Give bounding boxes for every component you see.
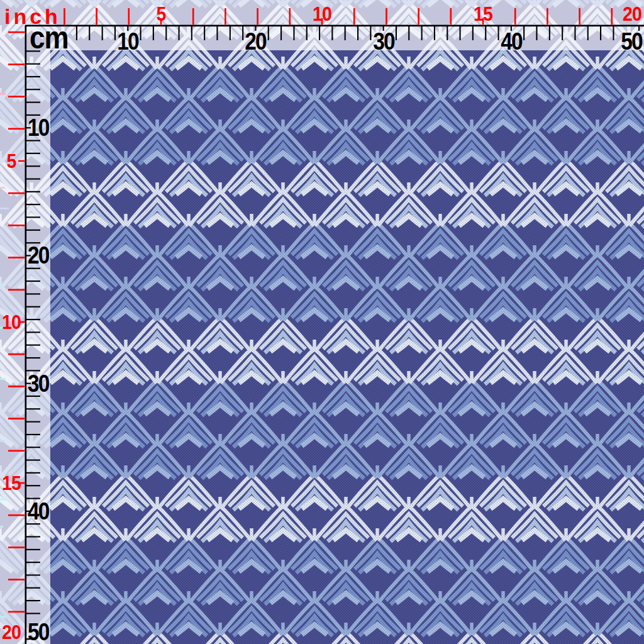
selvage-mark [0,616,6,618]
selvage-mark [0,286,4,288]
fabric-ruler-preview: #u *{fill:none;stroke-linecap:butt;strok… [0,0,644,644]
top-inch-number: 20 [623,4,641,24]
left-cm-number: 20 [28,243,49,267]
left-inch-number: 10 [2,313,21,332]
top-cm-number: 50 [621,30,642,53]
fabric-swatch: #u *{fill:none;stroke-linecap:butt;strok… [0,0,644,644]
top-cm-number: 20 [245,30,267,53]
top-inch-number: 5 [157,4,166,24]
top-cm-number: 40 [501,30,522,53]
left-cm-number: 40 [28,499,49,523]
top-inch-number: 10 [313,4,331,24]
left-cm-number: 30 [28,372,49,396]
selvage-mark [0,187,5,189]
top-cm-number: 10 [117,30,138,53]
selvage-mark [0,498,8,501]
selvage-mark [0,440,4,442]
left-inch-number: 15 [2,474,21,493]
weave-texture [0,0,644,644]
selvage-mark [0,208,9,209]
selvage-mark [0,92,6,95]
selvage-mark [0,526,3,528]
left-cm-number: 50 [28,620,49,644]
top-cm-number: 30 [373,30,394,53]
cm-ruler-title: cm [30,22,69,53]
top-inch-number: 15 [474,4,492,24]
left-cm-number: 10 [28,116,49,140]
left-inch-number: 5 [7,152,16,171]
left-inch-number: 20 [2,623,21,642]
selvage-mark [0,378,6,380]
